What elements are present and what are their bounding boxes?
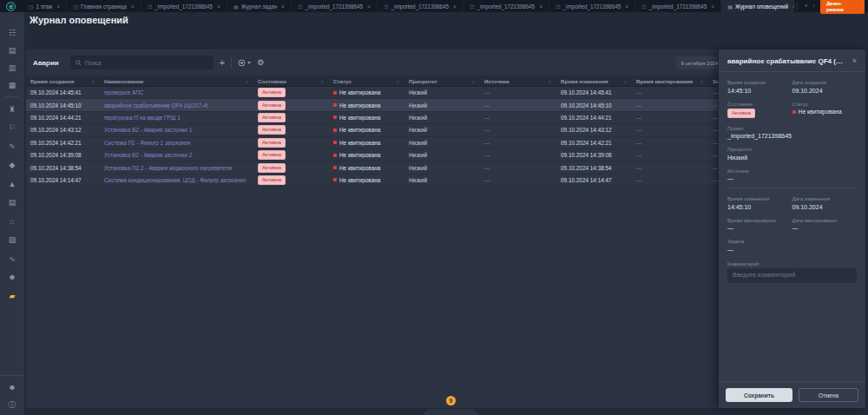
tab-close-icon[interactable]: × [367, 3, 371, 10]
column-label: Состояние [258, 78, 286, 84]
tab-icon: ☷ [148, 3, 152, 10]
alarm-name-link[interactable]: Установка В2 - Авария заслонки 2 [104, 152, 192, 158]
column-header[interactable]: Источник ↓ [480, 76, 556, 86]
workspace-tab[interactable]: ▤ Журнал оповещений × [721, 0, 793, 12]
tab-icon: ▤ [727, 3, 733, 10]
target-filter-button[interactable] [238, 59, 251, 67]
sidebar-item[interactable]: ▨ [0, 231, 24, 250]
sidebar-item[interactable]: ▰ [0, 287, 24, 306]
sidebar-item[interactable]: ☷ [0, 24, 24, 42]
cell-modified: 09.10.2024 14:42:21 [556, 140, 632, 146]
sidebar-item[interactable]: ⚐ [0, 119, 24, 138]
cell-modified: 09.10.2024 14:38:54 [556, 165, 632, 171]
alarm-name-link[interactable]: проверьте АПС [104, 89, 143, 96]
sidebar-item[interactable]: ⓘ [0, 396, 24, 413]
workspace-tab[interactable]: ☷ _imported_1721398645 × [378, 0, 464, 12]
comment-input[interactable]: Введите комментарий [727, 268, 857, 283]
tab-close-icon[interactable]: × [217, 3, 220, 10]
workspace-tab[interactable]: ◳ 1 этаж × [23, 0, 68, 12]
kebab-menu-icon[interactable]: ⋮ [794, 3, 800, 10]
sidebar-divider [0, 375, 24, 376]
alarm-name-link[interactable]: аварийное срабатывание QF4 (ЩО17-4) [104, 102, 208, 109]
cancel-button[interactable]: Отмена [799, 388, 858, 402]
alarm-name-link[interactable]: перегрузка П на вводе ГРЩ 1 [104, 115, 181, 121]
workspace-tab[interactable]: ☷ _imported_1721398645 × [635, 0, 721, 12]
cell-priority: Низкий [404, 165, 480, 171]
cell-status: Не квитирована [329, 89, 404, 96]
tab-close-icon[interactable]: × [56, 3, 60, 10]
sidebar-item-icon: ▰ [10, 292, 16, 300]
status-text: Не квитирована [339, 115, 380, 121]
sort-arrow-icon[interactable]: ↓ [321, 78, 324, 84]
tab-close-icon[interactable]: × [625, 3, 628, 10]
sidebar-item[interactable]: ♜ [0, 100, 24, 119]
tab-close-icon[interactable]: × [131, 3, 135, 10]
workspace-tab[interactable]: ☷ _imported_1721398645 × [292, 0, 378, 12]
sort-arrow-icon[interactable]: ↓ [549, 78, 551, 84]
column-header[interactable]: Статус ↓ [329, 76, 404, 86]
workspace-tab[interactable]: ◳ Главная страница × [67, 0, 141, 12]
column-header[interactable]: Время квитирования ↓ [632, 76, 708, 86]
sidebar-item[interactable]: ▲ [0, 175, 24, 194]
tab-close-icon[interactable]: × [711, 3, 714, 10]
tab-close-icon[interactable]: × [453, 3, 457, 10]
field-value: _imported_1721398645 [727, 133, 857, 139]
column-header[interactable]: Приоритет ↓ [404, 76, 480, 86]
sidebar-item-icon: ☻ [8, 273, 16, 281]
settings-gear-icon[interactable]: ⚙ [257, 58, 264, 67]
sort-arrow-icon[interactable]: ↓ [92, 78, 95, 84]
sort-arrow-icon[interactable]: ↓ [624, 78, 627, 84]
status-text: Не квитирована [339, 127, 380, 133]
sidebar-item[interactable]: ∿ [0, 249, 24, 268]
sort-arrow-icon[interactable]: ↓ [246, 78, 248, 84]
cell-source: — [480, 165, 556, 171]
tab-prev-icon[interactable]: ‹ [806, 3, 808, 10]
alarm-detail-panel: аварийное срабатывание QF4 (ЩО1... × Вре… [718, 49, 865, 408]
sidebar-item-icon: ▦ [9, 81, 16, 89]
alarm-name-link[interactable]: Система П1 - Фильтр 1 загрязнен [104, 140, 190, 146]
add-button[interactable]: + [220, 58, 225, 68]
sort-arrow-icon[interactable]: ↓ [700, 78, 703, 84]
field-label: Задача [727, 239, 857, 244]
cell-priority: Низкий [404, 177, 480, 183]
alarm-name-link[interactable]: Установка П2.2 - Авария жидкосного нагре… [104, 165, 232, 171]
cell-acked: — [632, 102, 708, 109]
workspace-tab[interactable]: ☷ _imported_1721398645 × [464, 0, 549, 12]
unacked-dot-icon [333, 141, 337, 144]
close-icon[interactable]: × [852, 56, 857, 65]
notification-count-badge[interactable]: 9 [446, 396, 456, 405]
workspace-tab[interactable]: ▤ Журнал задач × [227, 0, 292, 12]
column-header[interactable]: Время изменения ↓ [556, 76, 632, 86]
sidebar-item[interactable]: ⌂ [0, 212, 24, 231]
workspace-tab[interactable]: ☷ _imported_1721398645 × [549, 0, 635, 12]
sidebar-item[interactable]: ▦ [0, 76, 24, 94]
save-button[interactable]: Сохранить [726, 388, 792, 402]
sidebar-item[interactable]: ▤ [0, 42, 24, 59]
tab-close-icon[interactable]: × [539, 3, 542, 10]
tab-next-icon[interactable]: › [812, 3, 815, 10]
workspace-tab[interactable]: ☷ _imported_1721398645 × [141, 0, 227, 12]
sidebar-item[interactable]: ☻ [0, 379, 24, 396]
sidebar-item[interactable]: ▥ [0, 59, 24, 76]
sort-arrow-icon[interactable]: ↓ [397, 78, 399, 84]
search-input[interactable]: Поиск [70, 56, 214, 69]
cell-state: Активна [253, 125, 329, 135]
tab-close-icon[interactable]: × [281, 3, 285, 10]
sidebar-item[interactable]: ☻ [0, 268, 24, 287]
alarm-name-link[interactable]: Установка В2 - Авария заслонки 1 [104, 127, 192, 133]
sort-arrow-icon[interactable]: ↓ [472, 78, 475, 84]
bottom-drawer-handle[interactable] [422, 409, 479, 415]
column-header[interactable]: Время создания ↓ [26, 76, 100, 86]
sidebar-item-icon: ◆ [10, 161, 16, 169]
sidebar-item-icon: ▤ [9, 46, 16, 55]
state-badge: Активна [258, 113, 286, 122]
app-logo[interactable]: e [0, 0, 23, 12]
column-header[interactable]: Наименование ↓ [100, 76, 253, 86]
alarm-name-link[interactable]: Система кондиционирования. ЦОД - Фильтр … [104, 177, 246, 183]
demo-mode-button[interactable]: Демо-режим [820, 0, 865, 14]
panel-footer: Сохранить Отмена [719, 381, 865, 408]
sidebar-item[interactable]: ▤ [0, 194, 24, 213]
column-header[interactable]: Состояние ↓ [253, 76, 329, 86]
sidebar-item[interactable]: ◆ [0, 156, 24, 175]
sidebar-item[interactable]: ✎ [0, 137, 24, 156]
